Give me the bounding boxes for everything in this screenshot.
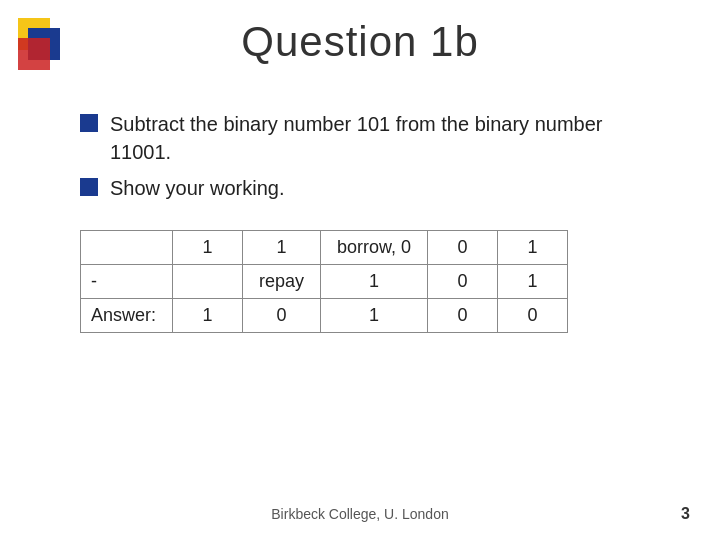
page-title: Question 1b	[0, 18, 720, 66]
footer-college: Birkbeck College, U. London	[271, 506, 448, 522]
bullet-text-1: Subtract the binary number 101 from the …	[110, 110, 660, 166]
working-table: 11borrow, 001-repay101Answer:10100	[80, 230, 660, 333]
table-cell-r1-c0: -	[81, 265, 173, 299]
page-number: 3	[681, 505, 690, 523]
table-cell-r0-c0	[81, 231, 173, 265]
footer: Birkbeck College, U. London 3	[0, 506, 720, 522]
table-cell-r2-c4: 0	[428, 299, 498, 333]
table-cell-r2-c1: 1	[173, 299, 243, 333]
table-cell-r2-c5: 0	[498, 299, 568, 333]
table-cell-r0-c5: 1	[498, 231, 568, 265]
table-cell-r1-c3: 1	[321, 265, 428, 299]
bullet-icon-2	[80, 178, 98, 196]
table-row: 11borrow, 001	[81, 231, 568, 265]
bullet-text-2: Show your working.	[110, 174, 660, 202]
title-area: Question 1b	[0, 18, 720, 66]
table-cell-r0-c1: 1	[173, 231, 243, 265]
bullet-list: Subtract the binary number 101 from the …	[80, 110, 660, 202]
table-cell-r0-c4: 0	[428, 231, 498, 265]
answer-table: 11borrow, 001-repay101Answer:10100	[80, 230, 568, 333]
table-cell-r0-c3: borrow, 0	[321, 231, 428, 265]
table-cell-r1-c1	[173, 265, 243, 299]
table-cell-r0-c2: 1	[243, 231, 321, 265]
table-cell-r1-c5: 1	[498, 265, 568, 299]
bullet-icon-1	[80, 114, 98, 132]
table-row: -repay101	[81, 265, 568, 299]
table-cell-r1-c4: 0	[428, 265, 498, 299]
content-area: Subtract the binary number 101 from the …	[80, 110, 660, 333]
table-row: Answer:10100	[81, 299, 568, 333]
bullet-item-1: Subtract the binary number 101 from the …	[80, 110, 660, 166]
table-cell-r2-c3: 1	[321, 299, 428, 333]
table-cell-r2-c0: Answer:	[81, 299, 173, 333]
table-cell-r1-c2: repay	[243, 265, 321, 299]
table-cell-r2-c2: 0	[243, 299, 321, 333]
bullet-item-2: Show your working.	[80, 174, 660, 202]
